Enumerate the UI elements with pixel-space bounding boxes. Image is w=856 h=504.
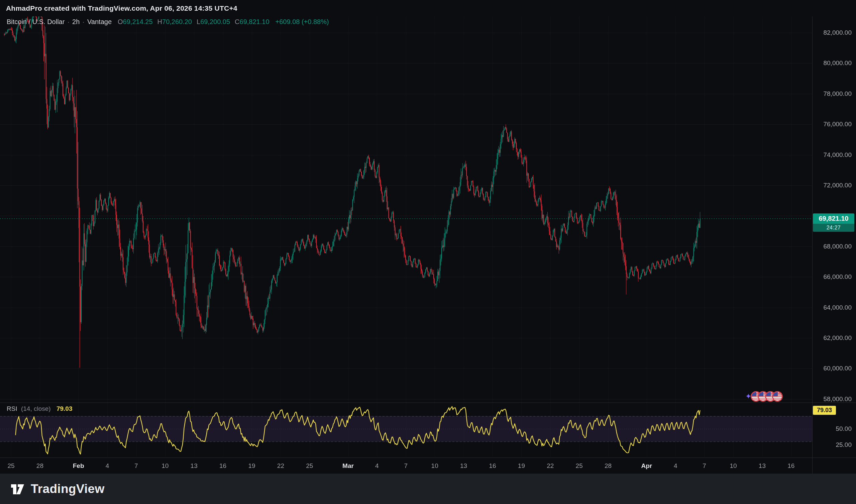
- symbol-legend: Bitcoin / U.S. Dollar · 2h · Vantage O69…: [7, 18, 329, 26]
- time-axis-label: 22: [547, 462, 554, 470]
- rsi-scale-tick: 50.00: [815, 425, 852, 433]
- close-value: C69,821.10: [235, 18, 269, 26]
- time-axis-label: 4: [375, 462, 379, 470]
- change-value: +609.08 (+0.88%): [275, 18, 329, 26]
- open-value: O69,214.25: [118, 18, 153, 26]
- bar-countdown: 24:27: [813, 224, 854, 232]
- time-axis-label: 10: [730, 462, 737, 470]
- last-price-label: 69,821.10 24:27: [813, 213, 854, 232]
- tradingview-logo-text[interactable]: TradingView: [31, 482, 105, 496]
- price-scale-tick: 62,000.00: [815, 334, 852, 342]
- attribution-bar: AhmadPro created with TradingView.com, A…: [0, 0, 856, 16]
- time-axis-label: 25: [7, 462, 14, 470]
- price-scale-tick: 68,000.00: [815, 243, 852, 250]
- legend-separator: ·: [67, 18, 70, 26]
- rsi-scale-tick: 25.00: [815, 441, 852, 449]
- time-axis-label: 25: [576, 462, 583, 470]
- ohlc-values: O69,214.25 H70,260.20 L69,200.05 C69,821…: [118, 18, 329, 26]
- price-scale-tick: 64,000.00: [815, 304, 852, 311]
- rsi-legend: RSI (14, close) 79.03: [7, 405, 72, 413]
- time-axis-label: 10: [161, 462, 169, 470]
- price-scale-tick: 66,000.00: [815, 273, 852, 281]
- time-axis-label: 28: [36, 462, 44, 470]
- price-scale-tick: 72,000.00: [815, 182, 852, 189]
- time-axis-label: 13: [460, 462, 467, 470]
- price-scale-tick: 60,000.00: [815, 365, 852, 372]
- rsi-params: (14, close): [21, 405, 51, 412]
- time-axis-label: Feb: [73, 462, 84, 470]
- bottom-brand-bar: TradingView: [0, 474, 856, 504]
- attribution-text: AhmadPro created with TradingView.com, A…: [6, 4, 237, 12]
- price-scale-tick: 74,000.00: [815, 151, 852, 159]
- last-price-value: 69,821.10: [813, 213, 854, 224]
- candlestick-chart-canvas[interactable]: [0, 0, 856, 504]
- symbol-title: Bitcoin / U.S. Dollar: [7, 18, 65, 26]
- price-scale-tick: 76,000.00: [815, 121, 852, 128]
- low-value: L69,200.05: [196, 18, 230, 26]
- high-value: H70,260.20: [157, 18, 192, 26]
- time-axis-label: Apr: [641, 462, 652, 470]
- rsi-title: RSI: [7, 405, 17, 412]
- time-axis-label: 22: [277, 462, 284, 470]
- time-axis-label: 10: [431, 462, 438, 470]
- time-axis-label: 13: [759, 462, 766, 470]
- time-axis-label: 25: [306, 462, 313, 470]
- time-axis-label: 19: [518, 462, 525, 470]
- price-scale-tick: 78,000.00: [815, 90, 852, 97]
- time-axis-label: 7: [404, 462, 408, 470]
- tradingview-logo-mark-icon[interactable]: [9, 480, 26, 498]
- price-scale-tick: 58,000.00: [815, 395, 852, 403]
- interval-label: 2h: [72, 18, 80, 26]
- time-axis-label: 4: [106, 462, 109, 470]
- exchange-label: Vantage: [87, 18, 112, 26]
- tradingview-snapshot: AhmadPro created with TradingView.com, A…: [0, 0, 856, 504]
- time-axis-label: 28: [604, 462, 612, 470]
- rsi-current-value: 79.03: [56, 405, 72, 412]
- legend-separator: ·: [82, 18, 85, 26]
- time-axis-label: 7: [703, 462, 706, 470]
- time-axis-label: 16: [489, 462, 496, 470]
- rsi-scale-value-label: 79.03: [813, 406, 836, 415]
- time-axis-label: 19: [248, 462, 255, 470]
- time-axis-label: 7: [134, 462, 138, 470]
- price-scale-tick: 82,000.00: [815, 29, 852, 36]
- time-axis-label: Mar: [342, 462, 354, 470]
- price-scale-tick: 80,000.00: [815, 59, 852, 67]
- time-axis-label: 13: [191, 462, 198, 470]
- time-axis-label: 4: [674, 462, 678, 470]
- time-axis-label: 16: [219, 462, 226, 470]
- time-axis-label: 16: [787, 462, 794, 470]
